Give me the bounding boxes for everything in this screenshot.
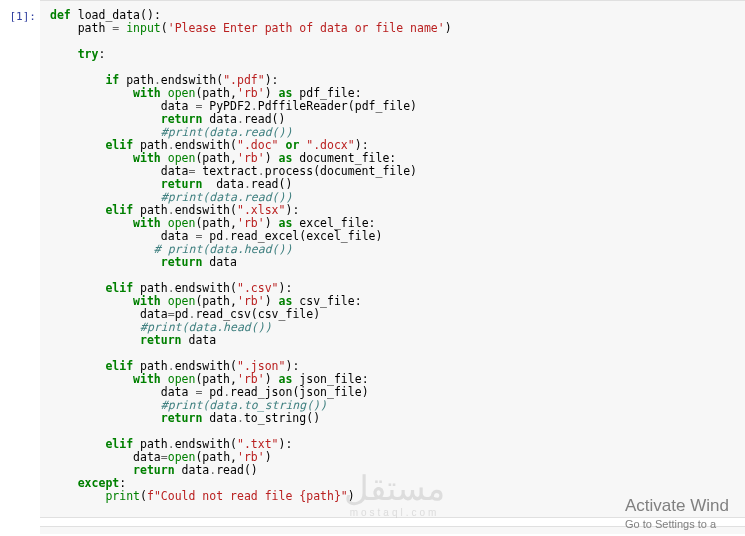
builtin-open: open (161, 151, 196, 165)
dot: . (237, 112, 244, 126)
kw-elif: elif (50, 359, 133, 373)
string: 'rb' (237, 372, 265, 386)
kw-with: with (50, 151, 161, 165)
input-prompt: [1]: (0, 0, 40, 23)
kw-return: return (50, 333, 182, 347)
paren: ( (230, 437, 237, 451)
string: 'Please Enter path of data or file name' (168, 21, 445, 35)
code-editor[interactable]: def load_data(): path = input('Please En… (40, 0, 745, 518)
expr: data (182, 333, 217, 347)
var: csv_file: (292, 294, 361, 308)
dot: . (168, 437, 175, 451)
method: endswith (175, 281, 230, 295)
expr: path (133, 359, 168, 373)
arg: path, (202, 294, 237, 308)
mod: pd (175, 307, 189, 321)
builtin-print: print (50, 489, 140, 503)
arg: path, (202, 151, 237, 165)
expr: path (133, 281, 168, 295)
expr: data (202, 112, 237, 126)
kw-as: as (272, 216, 293, 230)
builtin-open: open (161, 216, 196, 230)
arg: json_file (299, 385, 361, 399)
kw-as: as (272, 151, 293, 165)
dot: . (154, 73, 161, 87)
next-cell[interactable] (40, 526, 745, 534)
paren: ) (410, 99, 417, 113)
paren: ) (265, 294, 272, 308)
string: 'rb' (237, 151, 265, 165)
kw-elif: elif (50, 281, 133, 295)
dot: . (168, 203, 175, 217)
arg: path, (202, 216, 237, 230)
kw-with: with (50, 86, 161, 100)
builtin-open: open (161, 294, 196, 308)
paren: ): (285, 203, 299, 217)
paren: ) (376, 229, 383, 243)
paren: ( (230, 281, 237, 295)
dot: . (244, 177, 251, 191)
arg: document_file (320, 164, 410, 178)
dot: . (258, 164, 265, 178)
colon: : (119, 476, 126, 490)
string: ".csv" (237, 281, 279, 295)
arg: path, (202, 450, 237, 464)
method: endswith (161, 73, 216, 87)
paren: ( (251, 307, 258, 321)
kw-return: return (50, 177, 202, 191)
assign: data (50, 450, 161, 464)
expr: data (202, 411, 237, 425)
expr: path (133, 437, 168, 451)
paren: ): (279, 281, 293, 295)
dot: . (168, 281, 175, 295)
kw-if: if (50, 73, 119, 87)
paren: (): (140, 8, 161, 22)
paren: ): (279, 437, 293, 451)
paren: ( (348, 99, 355, 113)
assign: data (50, 99, 195, 113)
fn-name: load_data (71, 8, 140, 22)
expr: data (175, 463, 210, 477)
paren: ( (161, 21, 168, 35)
string: ".docx" (306, 138, 354, 152)
method: endswith (175, 437, 230, 451)
string: 'rb' (237, 86, 265, 100)
dot: . (251, 99, 258, 113)
string: 'rb' (237, 294, 265, 308)
string: 'rb' (237, 216, 265, 230)
mod: textract (195, 164, 257, 178)
kw-with: with (50, 294, 161, 308)
string: ".json" (237, 359, 285, 373)
paren: ) (410, 164, 417, 178)
kw-as: as (272, 372, 293, 386)
paren: ) (313, 307, 320, 321)
method: read (251, 177, 279, 191)
kw-return: return (50, 463, 175, 477)
kw-with: with (50, 372, 161, 386)
cls: PdffileReader (258, 99, 348, 113)
dot: . (168, 138, 175, 152)
kw-elif: elif (50, 203, 133, 217)
paren: ( (230, 203, 237, 217)
paren: () (272, 112, 286, 126)
kw-with: with (50, 216, 161, 230)
assign: data (50, 385, 195, 399)
paren: () (306, 411, 320, 425)
kw-as: as (272, 86, 293, 100)
string: 'rb' (237, 450, 265, 464)
method: to_string (244, 411, 306, 425)
comment: #print(data.to_string()) (50, 398, 327, 412)
arg: path, (202, 86, 237, 100)
assign: data (50, 164, 188, 178)
string: ".doc" (237, 138, 279, 152)
kw-elif: elif (50, 437, 133, 451)
mod: PyPDF2 (202, 99, 250, 113)
paren: ) (445, 21, 452, 35)
assign: data (50, 229, 195, 243)
string: ".txt" (237, 437, 279, 451)
comment: #print(data.head()) (50, 320, 272, 334)
method: read (244, 112, 272, 126)
arg: path, (202, 372, 237, 386)
dot: . (237, 411, 244, 425)
kw-or: or (279, 138, 307, 152)
